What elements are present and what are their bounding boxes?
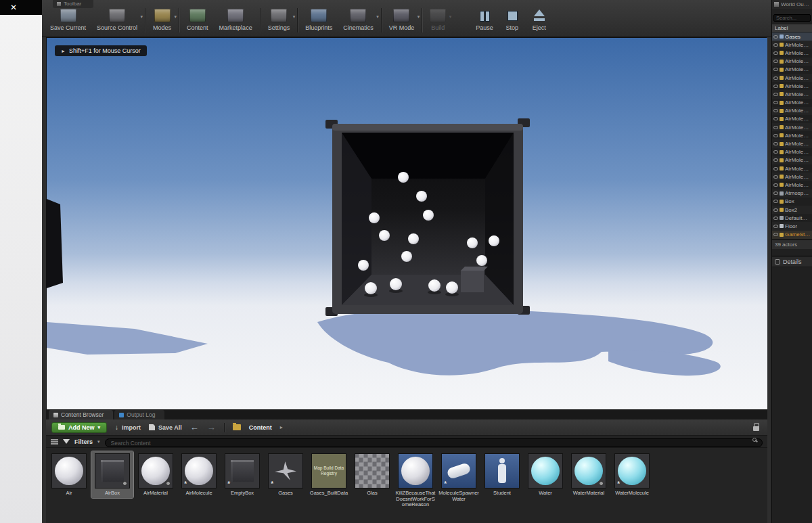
asset-tile[interactable]: * Gases bbox=[265, 451, 307, 498]
chevron-down-icon[interactable]: ▾ bbox=[175, 14, 177, 20]
filters-button[interactable]: Filters bbox=[74, 438, 93, 445]
toolbar-button[interactable]: Eject bbox=[526, 7, 553, 32]
chevron-right-icon[interactable]: ▸ bbox=[280, 424, 283, 430]
asset-tile[interactable]: * MoleculeSpawnerWater bbox=[438, 451, 480, 503]
asset-tile[interactable]: * AirMolecule bbox=[178, 451, 220, 498]
filter-icon[interactable] bbox=[63, 439, 70, 444]
toolbar-button[interactable]: Stop bbox=[499, 7, 526, 32]
view-options-icon[interactable] bbox=[51, 439, 58, 445]
visibility-eye-icon[interactable] bbox=[773, 68, 778, 71]
outliner-row[interactable]: AirMolecule5 bbox=[772, 74, 812, 82]
dock-tab[interactable]: Content Browser bbox=[49, 410, 113, 419]
visibility-eye-icon[interactable] bbox=[773, 51, 778, 55]
visibility-eye-icon[interactable] bbox=[773, 43, 778, 47]
outliner-row[interactable]: Box2 bbox=[772, 206, 812, 214]
visibility-eye-icon[interactable] bbox=[773, 167, 778, 170]
visibility-eye-icon[interactable] bbox=[773, 200, 778, 203]
outliner-row[interactable]: AirMolecule15 bbox=[772, 156, 812, 164]
outliner-row[interactable]: AirMolecule17 bbox=[772, 173, 812, 181]
outliner-row[interactable]: AirMolecule2 bbox=[772, 49, 812, 57]
visibility-eye-icon[interactable] bbox=[773, 225, 778, 228]
back-button[interactable]: ← bbox=[190, 423, 199, 432]
visibility-eye-icon[interactable] bbox=[773, 117, 778, 120]
outliner-row[interactable]: AirMolecule9 bbox=[772, 107, 812, 115]
asset-tile[interactable]: * EmptyBox bbox=[221, 451, 263, 498]
visibility-eye-icon[interactable] bbox=[773, 183, 778, 187]
visibility-eye-icon[interactable] bbox=[773, 85, 778, 88]
breadcrumb[interactable]: Content bbox=[249, 424, 272, 431]
toolbar-button[interactable]: Pause bbox=[470, 7, 499, 32]
chevron-down-icon[interactable]: ▾ bbox=[141, 14, 143, 20]
toolbar-button[interactable]: Blueprints bbox=[300, 7, 338, 32]
outliner-row[interactable]: Floor bbox=[772, 222, 812, 230]
visibility-eye-icon[interactable] bbox=[773, 158, 778, 162]
toolbar-button[interactable]: Source Control ▾ bbox=[91, 7, 143, 32]
asset-tile[interactable]: AirMaterial bbox=[135, 451, 177, 498]
outliner-row[interactable]: AirMolecule bbox=[772, 41, 812, 49]
chevron-down-icon[interactable]: ▾ bbox=[376, 14, 379, 20]
outliner-column-header[interactable]: Label bbox=[772, 24, 812, 32]
outliner-row[interactable]: GameState bbox=[772, 231, 812, 239]
outliner-row[interactable]: DefaultPawn bbox=[772, 214, 812, 222]
asset-tile[interactable]: * WaterMolecule bbox=[611, 451, 653, 498]
asset-tile[interactable]: Air bbox=[48, 451, 90, 498]
visibility-eye-icon[interactable] bbox=[773, 191, 778, 195]
toolbar-button[interactable]: Content bbox=[181, 7, 214, 32]
visibility-eye-icon[interactable] bbox=[773, 76, 778, 80]
chevron-down-icon[interactable]: ▾ bbox=[449, 14, 452, 20]
outliner-row[interactable]: Gases bbox=[772, 32, 812, 41]
visibility-eye-icon[interactable] bbox=[773, 217, 778, 220]
outliner-row[interactable]: AirMolecule4 bbox=[772, 66, 812, 74]
outliner-search-input[interactable] bbox=[773, 14, 811, 22]
visibility-eye-icon[interactable] bbox=[773, 208, 778, 212]
toolbar-button[interactable]: Settings ▾ bbox=[263, 7, 296, 32]
toolbar-button[interactable]: Cinematics ▾ bbox=[338, 7, 379, 32]
world-outliner-tab[interactable]: World Outliner bbox=[772, 0, 812, 9]
outliner-row[interactable]: AirMolecule11 bbox=[772, 123, 812, 131]
asset-tile[interactable]: Water bbox=[524, 451, 566, 498]
toolbar-button[interactable]: Save Current bbox=[45, 7, 91, 32]
visibility-eye-icon[interactable] bbox=[773, 35, 778, 39]
save-all-button[interactable]: Save All bbox=[149, 424, 182, 431]
outliner-row[interactable]: AirMolecule6 bbox=[772, 82, 812, 90]
close-icon[interactable]: ✕ bbox=[10, 3, 17, 12]
visibility-eye-icon[interactable] bbox=[773, 150, 778, 154]
forward-button[interactable]: → bbox=[207, 423, 216, 432]
asset-tile[interactable]: KillZBecauseThatDoesntWorkForSomeReason bbox=[394, 451, 436, 509]
asset-tile[interactable]: AirBox bbox=[91, 451, 133, 498]
visibility-eye-icon[interactable] bbox=[773, 134, 778, 137]
visibility-eye-icon[interactable] bbox=[773, 233, 778, 236]
visibility-eye-icon[interactable] bbox=[773, 93, 778, 96]
visibility-eye-icon[interactable] bbox=[773, 101, 778, 104]
outliner-row[interactable]: Box bbox=[772, 198, 812, 206]
visibility-eye-icon[interactable] bbox=[773, 142, 778, 145]
asset-tile[interactable]: Map Build Data Registry Gases_BuiltData bbox=[308, 451, 350, 498]
outliner-row[interactable]: AirMolecule7 bbox=[772, 90, 812, 98]
outliner-row[interactable]: AirMolecule14 bbox=[772, 148, 812, 156]
lock-icon[interactable] bbox=[753, 426, 759, 431]
toolbar-button[interactable]: Modes ▾ bbox=[148, 7, 177, 32]
search-content-input[interactable] bbox=[105, 438, 763, 447]
outliner-row[interactable]: AirMolecule10 bbox=[772, 115, 812, 123]
chevron-down-icon[interactable]: ▾ bbox=[418, 14, 420, 20]
toolbar-button[interactable]: VR Mode ▾ bbox=[384, 7, 420, 32]
chevron-down-icon[interactable]: ▾ bbox=[293, 14, 296, 20]
outliner-row[interactable]: AirMolecule13 bbox=[772, 139, 812, 147]
details-tab[interactable]: Details bbox=[772, 256, 812, 267]
dock-tab[interactable]: Output Log bbox=[114, 410, 164, 419]
level-viewport[interactable]: ► Shift+F1 for Mouse Cursor bbox=[46, 37, 767, 409]
outliner-row[interactable]: AirMolecule16 bbox=[772, 164, 812, 173]
import-button[interactable]: ↓ Import bbox=[115, 424, 141, 431]
add-new-button[interactable]: Add New ▾ bbox=[51, 422, 107, 433]
chevron-down-icon[interactable]: ▾ bbox=[97, 439, 100, 445]
asset-tile[interactable]: WaterMaterial bbox=[568, 451, 610, 498]
outliner-row[interactable]: AirMolecule18 bbox=[772, 181, 812, 189]
toolbar-button[interactable]: Build ▾ bbox=[424, 7, 451, 32]
visibility-eye-icon[interactable] bbox=[773, 175, 778, 179]
outliner-row[interactable]: AirMolecule3 bbox=[772, 58, 812, 66]
asset-tile[interactable]: Student bbox=[481, 451, 523, 498]
outliner-row[interactable]: AtmosphericFog bbox=[772, 189, 812, 198]
asset-tile[interactable]: Glas bbox=[351, 451, 393, 498]
toolbar-button[interactable]: Marketplace bbox=[214, 7, 258, 32]
outliner-row[interactable]: AirMolecule12 bbox=[772, 131, 812, 139]
